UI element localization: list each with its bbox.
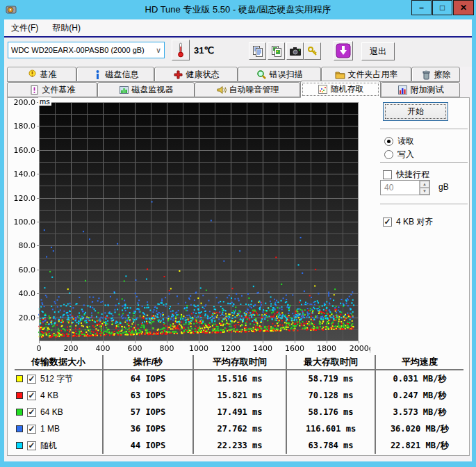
col-header: 操作/秒 [104, 355, 194, 370]
camera-icon [289, 46, 302, 56]
tab-error-scan[interactable]: 错误扫描 [238, 67, 321, 82]
avg-access-value: 27.762 ms [194, 420, 287, 437]
series-checkbox[interactable]: ✓ [27, 375, 36, 384]
short-stroke-label: 快捷行程 [396, 169, 429, 181]
tab-disk-monitor[interactable]: 磁盘监视器 [97, 82, 195, 97]
tab-label: 文件夹占用率 [348, 69, 398, 81]
random-access-panel: ms 开始 读取 写入 快捷行程 40 ▲ ▼ [7, 97, 470, 456]
title-bar: HD Tune 专业版 5.50 - 硬盘/固态硬盘实用程序 – □ ✕ [0, 0, 476, 19]
write-radio[interactable] [384, 150, 393, 159]
close-button[interactable]: ✕ [453, 0, 474, 15]
health-cross-icon [173, 69, 183, 80]
short-stroke-spinner[interactable]: 40 ▲ ▼ [380, 180, 430, 195]
spin-up-icon[interactable]: ▲ [420, 181, 429, 188]
tab-label: 磁盘监视器 [132, 84, 174, 96]
series-color-swatch [16, 409, 23, 416]
avg-speed-value: 3.573 MB/秒 [376, 404, 463, 420]
tab-file-benchmark[interactable]: 文件基准 [7, 82, 97, 97]
drive-select[interactable]: WDC WD20EARX-00PASB0 (2000 gB) ∨ [8, 42, 165, 58]
magnifier-icon [256, 69, 267, 80]
tab-disk-info[interactable]: 磁盘信息 [76, 67, 154, 82]
chevron-down-icon: ∨ [154, 46, 161, 55]
max-access-value: 116.601 ms [287, 420, 376, 437]
scatter-dots-icon [318, 84, 328, 95]
avg-speed-value: 36.020 MB/秒 [376, 420, 463, 437]
spinner-buttons: ▲ ▼ [419, 181, 429, 195]
keys-icon [306, 45, 319, 58]
options-button[interactable] [304, 42, 321, 60]
read-radio[interactable] [384, 137, 393, 146]
avg-access-value: 15.516 ms [194, 370, 287, 387]
series-label: 1 MB [40, 424, 60, 434]
tab-label: 文件基准 [42, 84, 76, 96]
spin-down-icon[interactable]: ▼ [420, 188, 429, 195]
iops-value: 63 IOPS [104, 387, 194, 404]
maximize-button[interactable]: □ [432, 0, 452, 15]
menu-help[interactable]: 帮助(H) [45, 21, 88, 35]
short-stroke-unit: gB [438, 182, 449, 192]
copy-image-button[interactable] [268, 42, 285, 60]
align-option[interactable]: ✓ 4 KB 对齐 [383, 216, 433, 228]
update-button[interactable] [334, 41, 353, 60]
exit-button[interactable]: 退出 [361, 42, 395, 60]
read-option[interactable]: 读取 [384, 136, 414, 147]
start-button[interactable]: 开始 [383, 102, 448, 121]
tab-label: 自动噪音管理 [229, 84, 279, 96]
folder-icon [335, 69, 345, 80]
max-access-value: 58.176 ms [287, 404, 376, 420]
series-color-swatch [16, 392, 23, 399]
trash-icon [421, 69, 432, 80]
align-label: 4 KB 对齐 [396, 216, 433, 228]
tab-row-1: 基准 磁盘信息 健康状态 错误扫描 文件夹占用率 擦除 [7, 67, 460, 82]
temperature-value: 31℃ [194, 45, 214, 56]
col-header: 最大存取时间 [287, 355, 376, 370]
screenshot-button[interactable] [286, 42, 304, 60]
align-checkbox[interactable]: ✓ [383, 218, 392, 227]
avg-access-value: 22.233 ms [194, 437, 287, 454]
tab-random-access[interactable]: 随机存取 [300, 81, 381, 98]
iops-value: 36 IOPS [104, 420, 194, 437]
separator [380, 129, 468, 129]
max-access-value: 58.719 ms [287, 370, 376, 387]
series-color-swatch [16, 442, 23, 449]
copy-text-button[interactable] [249, 42, 266, 60]
tab-erase[interactable]: 擦除 [411, 67, 460, 82]
tab-folder-usage[interactable]: 文件夹占用率 [321, 67, 411, 82]
col-header: 平均速度 [376, 355, 463, 370]
series-checkbox[interactable]: ✓ [27, 391, 36, 400]
avg-speed-value: 0.031 MB/秒 [376, 370, 463, 387]
series-label: 512 字节 [40, 373, 73, 385]
iops-value: 64 IOPS [104, 370, 194, 387]
tab-label: 附加测试 [411, 84, 444, 96]
separator [380, 204, 468, 204]
tab-aam[interactable]: 自动噪音管理 [195, 82, 300, 97]
app-window: HD Tune 专业版 5.50 - 硬盘/固态硬盘实用程序 – □ ✕ 文件(… [0, 0, 476, 467]
short-stroke-checkbox[interactable] [383, 170, 392, 179]
copy-text-icon [252, 45, 264, 58]
series-checkbox[interactable]: ✓ [27, 441, 36, 450]
tab-benchmark[interactable]: 基准 [7, 67, 76, 82]
minimize-button[interactable]: – [411, 0, 432, 15]
temperature-button[interactable] [172, 40, 190, 60]
separator [380, 162, 468, 163]
table-row-legend: ✓ 1 MB [15, 420, 104, 437]
table-row-legend: ✓ 随机 [15, 437, 104, 454]
benchmark-icon [27, 69, 38, 80]
series-checkbox[interactable]: ✓ [27, 425, 36, 434]
series-label: 64 KB [40, 407, 63, 417]
series-checkbox[interactable]: ✓ [27, 408, 36, 417]
short-stroke-value[interactable]: 40 [381, 181, 419, 195]
results-table: 传输数据大小 操作/秒 平均存取时间 最大存取时间 平均速度 ✓ 512 字节 … [15, 355, 463, 454]
tab-extra-tests[interactable]: 附加测试 [381, 82, 460, 97]
speaker-icon [216, 85, 227, 95]
avg-access-value: 17.491 ms [194, 404, 287, 420]
series-label: 随机 [40, 440, 57, 452]
avg-speed-value: 22.821 MB/秒 [376, 437, 463, 454]
tab-health[interactable]: 健康状态 [154, 67, 238, 82]
menu-bar: 文件(F) 帮助(H) [4, 19, 472, 36]
menu-file[interactable]: 文件(F) [4, 21, 45, 35]
copy-image-icon [270, 45, 283, 58]
tab-label: 随机存取 [331, 83, 364, 95]
write-option[interactable]: 写入 [384, 149, 414, 161]
short-stroke-option[interactable]: 快捷行程 [383, 169, 429, 181]
